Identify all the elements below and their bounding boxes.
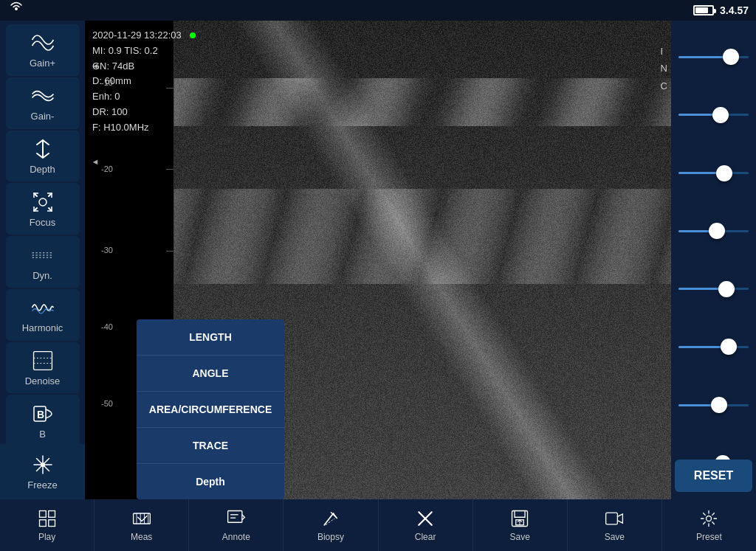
focus-label: Focus <box>30 217 55 228</box>
status-dot <box>190 32 196 38</box>
svg-point-37 <box>41 462 45 467</box>
slider-6-container[interactable] <box>675 346 752 348</box>
slider-1-thumb[interactable] <box>723 49 739 65</box>
slider-5-container[interactable] <box>675 288 752 290</box>
freeze-button-area[interactable]: Freeze <box>0 444 85 499</box>
svg-point-36 <box>707 516 712 521</box>
slider-4-container[interactable] <box>675 230 752 232</box>
slider-5-track[interactable] <box>678 288 749 290</box>
enh-text: Enh: 0 <box>92 89 196 105</box>
annote-label: Annote <box>222 532 250 542</box>
biopsy-label: Biopsy <box>317 532 344 542</box>
f-text: F: H10.0MHz <box>92 120 196 136</box>
bottom-toolbar: Play Meas Annote Biopsy <box>0 499 756 551</box>
depth-label-20: -20 <box>101 164 113 173</box>
slider-7-track[interactable] <box>678 404 749 406</box>
slider-2-container[interactable] <box>675 114 752 116</box>
toolbar-btn-biopsy[interactable]: Biopsy <box>284 499 378 551</box>
sidebar-btn-harmonic[interactable]: Harmonic <box>6 289 80 341</box>
depth-label-50: -50 <box>101 399 113 408</box>
sidebar-btn-dyn[interactable]: Dyn. <box>6 236 80 288</box>
dyn-label: Dyn. <box>32 270 52 281</box>
svg-rect-23 <box>133 513 150 524</box>
preset-label: Preset <box>696 532 722 542</box>
right-sidebar <box>671 21 756 499</box>
slider-3-container[interactable] <box>675 172 752 174</box>
svg-rect-19 <box>39 511 46 518</box>
play-label: Play <box>38 532 55 542</box>
d-text: D: 60mm <box>92 74 196 89</box>
slider-4-track[interactable] <box>678 230 749 232</box>
save1-label: Save <box>510 532 530 542</box>
dropdown-item-depth[interactable]: Depth <box>137 464 284 499</box>
toolbar-btn-meas[interactable]: Meas <box>94 499 189 551</box>
depth-tick-30 <box>166 251 173 252</box>
b-label: B <box>39 429 46 440</box>
depth-label-40: -40 <box>101 322 113 331</box>
depth-label: Depth <box>30 164 55 175</box>
svg-text:B: B <box>37 409 44 420</box>
freeze-btn-label: Freeze <box>27 479 57 491</box>
gain-plus-label: Gain+ <box>30 58 55 69</box>
svg-point-0 <box>15 7 18 10</box>
sidebar-btn-depth[interactable]: Depth <box>6 131 80 182</box>
svg-point-1 <box>39 198 47 206</box>
svg-rect-35 <box>606 513 618 524</box>
slider-5-thumb[interactable] <box>718 281 735 297</box>
dr-text: DR: 100 <box>92 105 196 120</box>
slider-3-track[interactable] <box>678 172 749 174</box>
sidebar-btn-denoise[interactable]: Denoise <box>6 342 80 394</box>
info-overlay: 2020-11-29 13:22:03 MI: 0.9 TIS: 0.2 GN:… <box>92 28 196 136</box>
slider-6-track[interactable] <box>678 346 749 348</box>
slider-2-thumb[interactable] <box>712 107 729 123</box>
depth-tick-20 <box>166 169 173 170</box>
left-sidebar: Gain+ Gain- Depth Focus <box>0 21 85 499</box>
slider-7-container[interactable] <box>675 404 752 406</box>
toolbar-btn-clear[interactable]: Clear <box>379 499 473 551</box>
dropdown-item-length[interactable]: LENGTH <box>137 319 284 356</box>
svg-rect-28 <box>227 511 241 523</box>
meas-label: Meas <box>131 532 152 542</box>
version-text: 3.4.57 <box>720 4 749 16</box>
clear-label: Clear <box>415 532 436 542</box>
svg-rect-22 <box>48 520 55 527</box>
slider-3-thumb[interactable] <box>716 165 732 181</box>
slider-7-thumb[interactable] <box>711 397 727 413</box>
toolbar-btn-play[interactable]: Play <box>0 499 94 551</box>
datetime-text: 2020-11-29 13:22:03 <box>92 30 182 41</box>
dropdown-item-trace[interactable]: TRACE <box>137 428 284 464</box>
denoise-label: Denoise <box>25 375 61 387</box>
slider-1-track[interactable] <box>678 56 749 58</box>
svg-rect-21 <box>39 520 46 527</box>
gain-minus-label: Gain- <box>31 111 55 122</box>
battery-icon <box>693 5 714 15</box>
top-bar: 3.4.57 <box>0 0 756 21</box>
sidebar-btn-gain-plus[interactable]: Gain+ <box>6 24 80 76</box>
harmonic-label: Harmonic <box>22 322 63 333</box>
svg-rect-20 <box>48 511 55 518</box>
freeze-icon <box>31 453 55 477</box>
dropdown-item-angle[interactable]: ANGLE <box>137 356 284 392</box>
slider-2-track[interactable] <box>678 114 749 116</box>
slider-6-thumb[interactable] <box>721 339 737 355</box>
toolbar-btn-save2[interactable]: Save <box>568 499 662 551</box>
toolbar-btn-save1[interactable]: Save <box>473 499 568 551</box>
sidebar-btn-b-mode[interactable]: B B <box>6 395 80 446</box>
depth-arrow-20: ◄ <box>89 155 102 168</box>
top-right-area: 3.4.57 <box>693 4 749 16</box>
dropdown-item-area[interactable]: AREA/CIRCUMFERENCE <box>137 392 284 428</box>
wifi-icon <box>7 0 25 21</box>
toolbar-btn-preset[interactable]: Preset <box>662 499 756 551</box>
dropdown-menu: LENGTH ANGLE AREA/CIRCUMFERENCE TRACE De… <box>137 319 284 499</box>
right-labels: I N C <box>661 43 667 94</box>
sidebar-btn-gain-minus[interactable]: Gain- <box>6 77 80 129</box>
gn-text: GN: 74dB <box>92 59 196 74</box>
sidebar-btn-focus[interactable]: Focus <box>6 183 80 235</box>
toolbar-btn-annote[interactable]: Annote <box>189 499 284 551</box>
mi-tis-text: MI: 0.9 TIS: 0.2 <box>92 44 196 59</box>
slider-1-container[interactable] <box>675 56 752 58</box>
reset-button[interactable]: RESET <box>675 460 752 492</box>
depth-label-30: -30 <box>101 246 113 254</box>
svg-rect-13 <box>33 352 52 370</box>
slider-4-thumb[interactable] <box>709 223 725 239</box>
